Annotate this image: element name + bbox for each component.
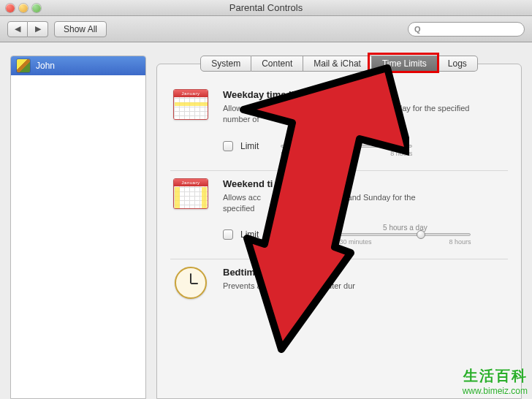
close-button[interactable] — [6, 4, 15, 12]
traffic-lights — [6, 4, 41, 12]
section-weekend: January Weekend ti Allows acc comput rda… — [170, 171, 508, 260]
bedtime-desc: Prevents access to this computer dur — [223, 281, 486, 292]
toolbar: ◀ ▶ Show All Q — [0, 16, 532, 42]
weekday-limit-label: Limit — [240, 141, 259, 151]
settings-panel: January Weekday time limits Allows acces… — [156, 64, 522, 399]
section-weekday: January Weekday time limits Allows acces… — [170, 82, 508, 171]
tab-mail-ichat[interactable]: Mail & iChat — [303, 56, 372, 72]
weekday-desc: Allows access to this c ay through Frida… — [223, 103, 486, 125]
search-input[interactable] — [424, 25, 518, 34]
user-name: John — [36, 61, 55, 71]
tab-time-limits[interactable]: Time Limits — [372, 56, 438, 72]
weekend-slider[interactable]: 5 hours a day 30 minutes8 hours — [339, 224, 471, 246]
tab-content[interactable]: Content — [251, 56, 303, 72]
user-list[interactable]: John — [10, 56, 146, 399]
calendar-icon: January — [170, 178, 211, 246]
watermark: 生活百科 www.bimeiz.com — [463, 366, 528, 396]
weekday-limit-checkbox[interactable] — [223, 141, 233, 151]
weekday-slider[interactable]: 3 hours a day nutes8 hours — [281, 135, 412, 157]
avatar — [17, 59, 30, 72]
clock-icon — [170, 267, 211, 299]
zoom-button[interactable] — [32, 4, 41, 12]
bedtime-title: Bedtime — [223, 267, 508, 278]
weekend-title: Weekend ti — [223, 178, 508, 189]
section-bedtime: Bedtime Prevents access to this computer… — [170, 259, 508, 312]
main-panel: System Content Mail & iChat Time Limits … — [156, 56, 522, 399]
search-field[interactable]: Q — [408, 22, 525, 37]
nav-buttons: ◀ ▶ — [7, 21, 48, 37]
tab-logs[interactable]: Logs — [438, 56, 478, 72]
forward-button[interactable]: ▶ — [28, 21, 48, 37]
show-all-button[interactable]: Show All — [54, 21, 107, 37]
weekend-limit-checkbox[interactable] — [223, 229, 233, 240]
weekend-desc: Allows acc comput rday and Sunday for th… — [223, 192, 486, 214]
user-row[interactable]: John — [11, 56, 145, 75]
titlebar: Parental Controls — [0, 0, 532, 16]
weekday-title: Weekday time limits — [223, 89, 508, 100]
calendar-icon: January — [170, 89, 211, 157]
window-title: Parental Controls — [0, 2, 532, 13]
tab-bar: System Content Mail & iChat Time Limits … — [156, 56, 522, 72]
minimize-button[interactable] — [19, 4, 28, 12]
back-button[interactable]: ◀ — [7, 21, 28, 37]
weekend-limit-label: Limit puter use to: — [240, 229, 317, 240]
tab-system[interactable]: System — [200, 56, 251, 72]
content: John System Content Mail & iChat Time Li… — [0, 42, 532, 399]
weekend-limit-row: Limit puter use to: 5 hours a day 30 min… — [223, 224, 508, 246]
sidebar: John — [10, 56, 146, 399]
weekday-limit-row: Limit 3 hours a day nutes8 hours — [223, 135, 508, 157]
search-icon: Q — [414, 25, 421, 34]
